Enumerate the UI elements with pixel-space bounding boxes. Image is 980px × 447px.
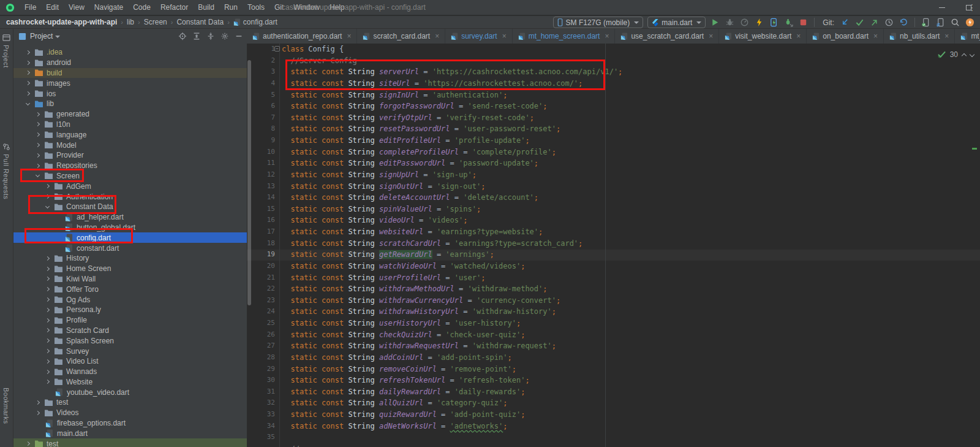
tab-scratch_card-dart[interactable]: scratch_card.dart× bbox=[357, 29, 445, 44]
git-push-icon[interactable] bbox=[869, 17, 880, 28]
chevron-collapsed-icon[interactable] bbox=[45, 359, 50, 364]
sidebar-item-pull-requests[interactable]: Pull Requests bbox=[2, 154, 10, 199]
chevron-collapsed-icon[interactable] bbox=[45, 338, 50, 343]
tree-item-test[interactable]: test bbox=[13, 438, 247, 447]
line-number[interactable]: 27 bbox=[247, 340, 275, 352]
tree-item-firebase-options-dart[interactable]: firebase_options.dart bbox=[13, 418, 247, 429]
run-icon[interactable] bbox=[710, 17, 720, 28]
menu-edit[interactable]: Edit bbox=[41, 0, 64, 15]
menu-code[interactable]: Code bbox=[128, 0, 156, 15]
tree-item-l10n[interactable]: l10n bbox=[13, 120, 247, 130]
close-icon[interactable]: × bbox=[347, 32, 351, 40]
tree-item-repositories[interactable]: Repositories bbox=[13, 161, 247, 171]
chevron-collapsed-icon[interactable] bbox=[45, 277, 50, 281]
line-number[interactable] bbox=[247, 443, 275, 447]
chevron-collapsed-icon[interactable] bbox=[36, 132, 40, 137]
chevron-expanded-icon[interactable] bbox=[36, 173, 40, 177]
tree-item-constant-dart[interactable]: constant.dart bbox=[13, 243, 247, 253]
line-number[interactable]: 31 bbox=[247, 386, 275, 398]
tree-item-generated[interactable]: generated bbox=[13, 109, 247, 120]
tree-item-video-list[interactable]: Video List bbox=[13, 356, 247, 367]
tab-mt_home_screen-dart[interactable]: mt_home_screen.dart× bbox=[513, 29, 616, 44]
tree-item-model[interactable]: Model bbox=[13, 140, 247, 150]
rollback-icon[interactable] bbox=[899, 17, 909, 28]
chevron-collapsed-icon[interactable] bbox=[45, 370, 50, 374]
tree-item-screen[interactable]: Screen bbox=[13, 171, 247, 181]
chevron-collapsed-icon[interactable] bbox=[45, 349, 50, 353]
hot-reload-icon[interactable] bbox=[754, 17, 764, 28]
tree-item-ios[interactable]: ios bbox=[13, 88, 247, 99]
tree-item-scratch-card[interactable]: Scratch Card bbox=[13, 326, 247, 336]
chevron-collapsed-icon[interactable] bbox=[36, 164, 40, 168]
tree-item-videos[interactable]: Videos bbox=[13, 408, 247, 418]
line-number[interactable]: 1 bbox=[247, 44, 275, 55]
breadcrumb-item[interactable]: config.dart bbox=[243, 18, 277, 26]
tree-item-lib[interactable]: lib bbox=[13, 99, 247, 109]
sidebar-item-project[interactable]: Project bbox=[2, 45, 10, 68]
menu-run[interactable]: Run bbox=[219, 0, 243, 15]
chevron-expanded-icon[interactable] bbox=[26, 101, 30, 105]
tree-item-offer-toro[interactable]: Offer Toro bbox=[13, 284, 247, 294]
avatar-icon[interactable] bbox=[965, 17, 975, 28]
tree-item-youtube-video-dart[interactable]: youtube_video.dart bbox=[13, 387, 247, 397]
menu-build[interactable]: Build bbox=[193, 0, 219, 15]
chevron-collapsed-icon[interactable] bbox=[36, 143, 40, 147]
line-number[interactable]: 33 bbox=[247, 409, 275, 421]
git-commit-icon[interactable] bbox=[854, 17, 865, 28]
close-icon[interactable]: × bbox=[873, 32, 878, 40]
error-stripe-mark[interactable] bbox=[972, 148, 977, 150]
menu-refactor[interactable]: Refactor bbox=[156, 0, 193, 15]
prev-problem-icon[interactable] bbox=[962, 53, 967, 58]
device-selector[interactable]: SM F127G (mobile) bbox=[553, 17, 644, 28]
tree-item-android[interactable]: android bbox=[13, 58, 247, 68]
code-editor[interactable]: 1234567891011121314151617181920212223242… bbox=[247, 44, 980, 447]
chevron-collapsed-icon[interactable] bbox=[45, 184, 50, 188]
project-scrollbar[interactable] bbox=[247, 60, 251, 305]
profiler-icon[interactable] bbox=[739, 17, 750, 28]
device-manager-icon[interactable] bbox=[921, 17, 931, 28]
tab-survey-dart[interactable]: survey.dart× bbox=[445, 29, 512, 44]
close-icon[interactable]: × bbox=[605, 32, 609, 40]
tree-item-persona-ly[interactable]: Persona.ly bbox=[13, 305, 247, 315]
chevron-collapsed-icon[interactable] bbox=[36, 153, 40, 158]
chevron-collapsed-icon[interactable] bbox=[26, 61, 30, 65]
line-number[interactable]: 28 bbox=[247, 352, 275, 364]
menu-tools[interactable]: Tools bbox=[243, 0, 270, 15]
sync-device-icon[interactable] bbox=[935, 17, 946, 28]
tree-item-survey[interactable]: Survey bbox=[13, 346, 247, 356]
tab-visit_website-dart[interactable]: visit_website.dart× bbox=[719, 29, 807, 44]
chevron-collapsed-icon[interactable] bbox=[26, 91, 30, 96]
line-number[interactable]: 26 bbox=[247, 329, 275, 341]
sidebar-item-bookmarks[interactable]: Bookmarks bbox=[2, 388, 10, 424]
tab-mt_football-dart[interactable]: mt_football.dart× bbox=[955, 29, 980, 44]
line-number[interactable]: 34 bbox=[247, 421, 275, 432]
project-panel-title[interactable]: Project bbox=[30, 32, 53, 40]
close-icon[interactable]: × bbox=[944, 32, 949, 40]
chevron-collapsed-icon[interactable] bbox=[26, 81, 30, 85]
tree-item-profile[interactable]: Profile bbox=[13, 315, 247, 326]
hide-icon[interactable] bbox=[235, 32, 243, 40]
menu-view[interactable]: View bbox=[64, 0, 89, 15]
chevron-collapsed-icon[interactable] bbox=[26, 50, 30, 55]
line-number[interactable]: 30 bbox=[247, 375, 275, 386]
run-config-selector[interactable]: main.dart bbox=[647, 17, 706, 28]
breadcrumb-item[interactable]: cashrocket-update-app-with-api bbox=[6, 18, 117, 26]
chevron-expanded-icon[interactable] bbox=[45, 204, 50, 208]
tree-item-ad-helper-dart[interactable]: ad_helper.dart bbox=[13, 212, 247, 223]
line-number[interactable]: 29 bbox=[247, 364, 275, 375]
chevron-collapsed-icon[interactable] bbox=[26, 441, 30, 446]
debug-icon[interactable] bbox=[725, 17, 735, 28]
close-icon[interactable]: × bbox=[435, 32, 439, 40]
tree-item-splash-screen[interactable]: Splash Screen bbox=[13, 335, 247, 346]
tree-item-wannads[interactable]: Wannads bbox=[13, 367, 247, 377]
chevron-collapsed-icon[interactable] bbox=[45, 297, 50, 302]
attach-debugger-icon[interactable] bbox=[783, 17, 794, 28]
menu-file[interactable]: File bbox=[20, 0, 41, 15]
minimize-button[interactable] bbox=[939, 7, 945, 8]
tree-item-og-ads[interactable]: Og Ads bbox=[13, 294, 247, 305]
next-problem-icon[interactable] bbox=[970, 52, 974, 57]
collapse-all-icon[interactable] bbox=[206, 32, 215, 40]
chevron-collapsed-icon[interactable] bbox=[36, 122, 40, 126]
breadcrumb-item[interactable]: Screen bbox=[144, 18, 167, 26]
tab-authentication_repo-dart[interactable]: authentication_repo.dart× bbox=[247, 29, 357, 44]
